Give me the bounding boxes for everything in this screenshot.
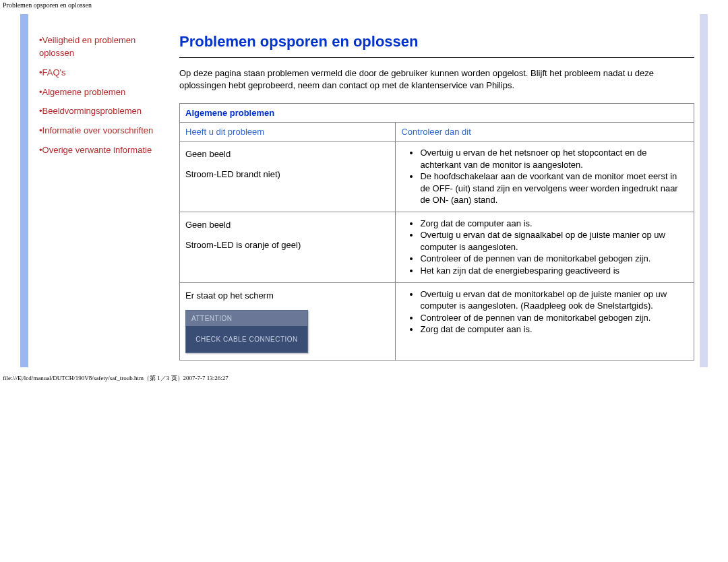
attention-box: ATTENTION CHECK CABLE CONNECTION	[185, 310, 308, 353]
solution-item: Het kan zijn dat de energiebesparing gea…	[420, 265, 688, 277]
sidebar-link-regulatory[interactable]: •Informatie over voorschriften	[35, 125, 167, 137]
sidebar-link-related[interactable]: •Overige verwante informatie	[35, 144, 167, 157]
left-decorative-strip	[20, 14, 28, 367]
table-section-row: Algemene problemen	[180, 104, 694, 123]
page-title: Problemen opsporen en oplossen	[179, 33, 694, 51]
solution-item: De hoofdschakelaar aan de voorkant van d…	[420, 170, 688, 206]
problem-cell: Geen beeld Stroom-LED is oranje of geel)	[180, 212, 396, 282]
problem-text: Er staat op het scherm	[185, 290, 390, 302]
solution-cell: Overtuig u ervan dat de monitorkabel op …	[396, 282, 694, 360]
solution-item: Controleer of de pennen van de monitorka…	[420, 312, 688, 324]
main-content: Problemen opsporen en oplossen Op deze p…	[174, 14, 700, 367]
sidebar-nav: •Veiligheid en problemen oplossen •FAQ's…	[28, 14, 174, 367]
table-col-solution: Controleer dan dit	[396, 123, 694, 142]
solution-item: Overtuig u ervan de het netsnoer op het …	[420, 147, 688, 170]
table-col-problem: Heeft u dit probleem	[180, 123, 396, 142]
header-path: Problemen opsporen en oplossen	[0, 0, 728, 10]
problem-text: Geen beeld	[185, 219, 390, 231]
sidebar-link-safety[interactable]: •Veiligheid en problemen oplossen	[35, 34, 167, 60]
right-decorative-strip	[700, 14, 708, 367]
solution-cell: Zorg dat de computer aan is. Overtuig u …	[396, 212, 694, 282]
table-row: Geen beeld Stroom-LED is oranje of geel)…	[180, 212, 694, 282]
table-row: Er staat op het scherm ATTENTION CHECK C…	[180, 282, 694, 360]
solution-item: Overtuig u ervan dat de signaalkabel op …	[420, 229, 688, 253]
table-row: Geen beeld Stroom-LED brandt niet) Overt…	[180, 142, 694, 212]
solution-item: Zorg dat de computer aan is.	[420, 323, 688, 336]
sidebar-link-image-problems[interactable]: •Beeldvormingsproblemen	[35, 105, 167, 118]
title-divider	[179, 57, 694, 58]
solution-cell: Overtuig u ervan de het netsnoer op het …	[396, 142, 694, 212]
problem-text: Stroom-LED is oranje of geel)	[185, 239, 390, 251]
attention-title: ATTENTION	[186, 311, 307, 326]
problem-cell: Geen beeld Stroom-LED brandt niet)	[180, 142, 396, 212]
problem-text: Stroom-LED brandt niet)	[185, 168, 390, 181]
problem-cell: Er staat op het scherm ATTENTION CHECK C…	[180, 282, 396, 360]
solution-item: Overtuig u ervan dat de monitorkabel op …	[420, 288, 688, 312]
footer-path: file:///E|/lcd/manual/DUTCH/190V8/safety…	[0, 367, 728, 385]
page-wrapper: •Veiligheid en problemen oplossen •FAQ's…	[20, 14, 708, 367]
problem-text: Geen beeld	[185, 148, 390, 160]
troubleshoot-table: Algemene problemen Heeft u dit probleem …	[179, 103, 694, 361]
table-header-row: Heeft u dit probleem Controleer dan dit	[180, 123, 694, 142]
table-section-header: Algemene problemen	[180, 104, 694, 123]
solution-item: Zorg dat de computer aan is.	[420, 218, 688, 230]
intro-paragraph: Op deze pagina staan problemen vermeld d…	[179, 67, 694, 91]
solution-item: Controleer of de pennen van de monitorka…	[420, 253, 688, 265]
sidebar-link-general-problems[interactable]: •Algemene problemen	[35, 86, 167, 99]
attention-message: CHECK CABLE CONNECTION	[186, 326, 307, 352]
sidebar-link-faqs[interactable]: •FAQ's	[35, 67, 167, 80]
